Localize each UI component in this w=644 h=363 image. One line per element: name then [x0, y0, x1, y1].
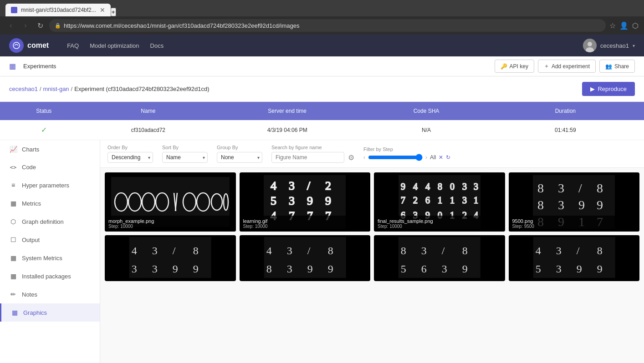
breadcrumb-user[interactable]: ceceshao1: [9, 86, 38, 92]
browser-chrome: mnist-gan/cf310adacd724bf2... ✕ +: [0, 0, 644, 16]
sidebar-item-graphics[interactable]: ▦ Graphics: [0, 303, 100, 322]
notes-icon: ✏: [9, 291, 17, 298]
url-input[interactable]: 🔒 https://www.comet.ml/ceceshao1/mnist-g…: [49, 19, 606, 32]
sidebar-item-system-metrics[interactable]: ▦ System Metrics: [0, 249, 100, 267]
svg-text:8: 8: [537, 181, 544, 195]
step-refresh-icon[interactable]: ↻: [446, 154, 450, 161]
back-button[interactable]: ‹: [5, 21, 16, 30]
row-code-sha: N/A: [357, 127, 496, 133]
group-by-select-wrap: None Step Name ▾: [217, 152, 262, 163]
user-dropdown-icon[interactable]: ▾: [633, 43, 635, 48]
row2-img2: 4 3 / 8 8 3 9 9: [241, 237, 369, 278]
svg-text:3: 3: [558, 181, 564, 195]
model-optimization-link[interactable]: Model optimization: [90, 42, 139, 49]
table-row[interactable]: ✓ cf310adacd72 4/3/19 04:06 PM N/A 01:41…: [0, 120, 644, 140]
step-range-left-icon[interactable]: ‹: [363, 154, 365, 161]
svg-text:3: 3: [556, 245, 561, 257]
active-tab[interactable]: mnist-gan/cf310adacd724bf2... ✕: [5, 4, 111, 16]
step-range-slider[interactable]: [368, 154, 423, 161]
sidebar: 📈 Charts <> Code ≡ Hyper parameters ▦ Me…: [0, 140, 100, 363]
step-clear-icon[interactable]: ✕: [439, 154, 443, 161]
sidebar-item-installed-packages[interactable]: ▦ Installed packages: [0, 267, 100, 285]
svg-text:8: 8: [438, 182, 442, 192]
main-layout: 📈 Charts <> Code ≡ Hyper parameters ▦ Me…: [0, 140, 644, 363]
forward-button[interactable]: ›: [20, 21, 31, 30]
api-key-icon: 🔑: [501, 63, 507, 70]
breadcrumb-project[interactable]: mnist-gan: [43, 86, 69, 92]
sidebar-item-output[interactable]: ☐ Output: [0, 231, 100, 249]
reproduce-button[interactable]: ▶ Reproduce: [582, 82, 635, 96]
sidebar-item-hyper-parameters[interactable]: ≡ Hyper parameters: [0, 176, 100, 194]
row-duration: 01:41:59: [496, 127, 635, 133]
image-card-morph[interactable]: morph_example.png Step: 10000: [105, 172, 236, 232]
sidebar-label-hyper-parameters: Hyper parameters: [22, 182, 69, 189]
svg-text:3: 3: [462, 195, 467, 205]
learning-overlay: learning.gif Step: 10000: [240, 216, 371, 232]
share-button[interactable]: 👥 Share: [599, 60, 635, 73]
docs-link[interactable]: Docs: [150, 42, 164, 49]
image-card-learning[interactable]: 4 3 / 2 5 3 9 9 4 7: [240, 172, 371, 232]
search-settings-icon[interactable]: ⚙: [348, 153, 354, 162]
user-profile-icon[interactable]: 👤: [619, 21, 629, 30]
sort-by-label: Sort By: [162, 145, 208, 150]
step-range-right-icon[interactable]: ›: [425, 154, 427, 161]
group-by-label: Group By: [217, 145, 262, 150]
sidebar-item-code[interactable]: <> Code: [0, 158, 100, 176]
comet-logo-svg: [12, 41, 20, 50]
svg-text:/: /: [307, 245, 310, 257]
order-by-group: Order By Descending Ascending ▾: [107, 145, 153, 163]
sidebar-label-system-metrics: System Metrics: [22, 255, 62, 262]
col-status: Status: [9, 108, 79, 114]
svg-text:8: 8: [597, 181, 603, 195]
user-avatar: [583, 39, 597, 52]
api-key-button[interactable]: 🔑 API key: [495, 60, 534, 73]
search-input[interactable]: [271, 152, 344, 163]
image-card-row2-3[interactable]: 8 3 / 8 5 6 3 9: [374, 235, 505, 281]
sidebar-item-metrics[interactable]: ▦ Metrics: [0, 194, 100, 212]
morph-name: morph_example.png: [108, 218, 232, 224]
sidebar-item-graph-definition[interactable]: ⬡ Graph definition: [0, 212, 100, 231]
reload-button[interactable]: ↻: [35, 21, 46, 30]
row2-img4: 4 3 / 8 5 3 9 9: [511, 237, 638, 278]
installed-packages-icon: ▦: [9, 272, 17, 280]
svg-text:3: 3: [132, 263, 137, 275]
extensions-icon[interactable]: ⬡: [632, 21, 639, 30]
svg-text:3: 3: [289, 194, 295, 207]
sort-by-select[interactable]: Name Step Date: [162, 152, 208, 163]
add-experiment-button[interactable]: ＋ Add experiment: [538, 60, 596, 73]
image-card-9500[interactable]: 8 3 / 8 8 3 9 9 8 9 1: [509, 172, 640, 232]
top-nav: comet FAQ Model optimization Docs cecesh…: [0, 35, 644, 56]
image-card-row2-4[interactable]: 4 3 / 8 5 3 9 9: [509, 235, 640, 281]
sidebar-item-notes[interactable]: ✏ Notes: [0, 285, 100, 303]
image-card-row2-1[interactable]: 4 3 / 8 3 3 9 9: [105, 235, 236, 281]
faq-link[interactable]: FAQ: [67, 42, 79, 49]
metrics-icon: ▦: [9, 200, 17, 207]
row-status: ✓: [9, 126, 79, 134]
image-card-row2-2[interactable]: 4 3 / 8 8 3 9 9: [240, 235, 371, 281]
svg-text:3: 3: [442, 263, 447, 275]
svg-text:4: 4: [413, 182, 418, 192]
learning-step: Step: 10000: [243, 224, 367, 229]
image-card-final[interactable]: 9 4 4 8 0 3 3 7 2 6 1 1: [374, 172, 505, 232]
svg-text:8: 8: [597, 245, 602, 257]
user-name: ceceshao1: [600, 42, 629, 49]
status-check-icon: ✓: [41, 126, 47, 134]
bookmark-icon[interactable]: ☆: [609, 21, 616, 30]
svg-text:3: 3: [286, 263, 292, 275]
svg-text:3: 3: [152, 263, 158, 275]
order-by-label: Order By: [107, 145, 153, 150]
group-by-select[interactable]: None Step Name: [217, 152, 262, 163]
image-grid-row-2: 4 3 / 8 3 3 9 9: [105, 235, 639, 281]
order-by-select[interactable]: Descending Ascending: [107, 152, 153, 163]
sidebar-label-output: Output: [22, 237, 40, 243]
breadcrumb-bar: ceceshao1 / mnist-gan / Experiment (cf31…: [0, 76, 644, 102]
sidebar-item-charts[interactable]: 📈 Charts: [0, 140, 100, 158]
svg-text:2: 2: [413, 195, 418, 205]
new-tab-button[interactable]: +: [111, 8, 116, 16]
hyper-parameters-icon: ≡: [9, 182, 17, 189]
svg-text:4: 4: [132, 245, 137, 257]
svg-text:9: 9: [578, 198, 585, 212]
sidebar-label-code: Code: [22, 164, 36, 171]
comet-logo[interactable]: [9, 38, 24, 53]
tab-close-button[interactable]: ✕: [100, 6, 105, 14]
